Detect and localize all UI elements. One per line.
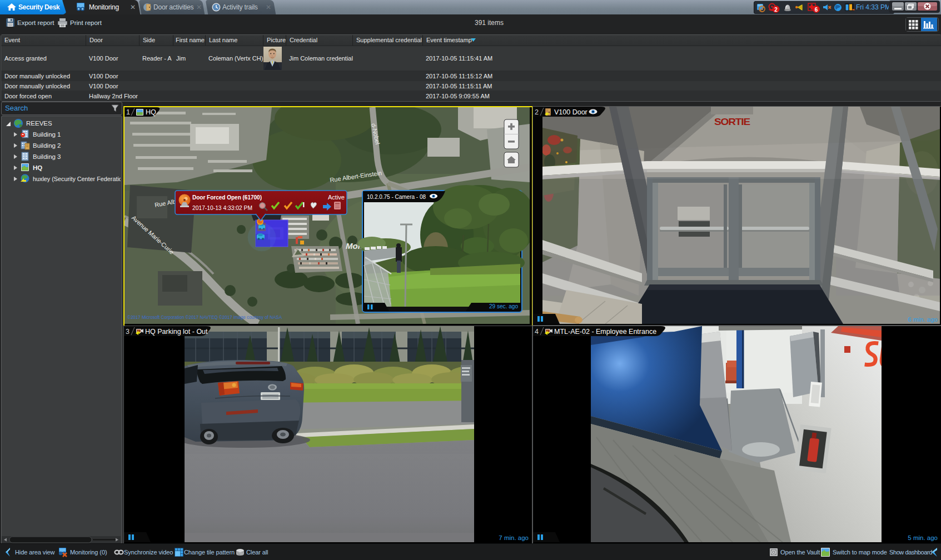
svg-text:5 min. ago: 5 min. ago [908, 534, 938, 541]
svg-text:HQ: HQ [146, 108, 156, 116]
svg-text:HQ: HQ [33, 164, 42, 171]
svg-text:2: 2 [535, 108, 539, 116]
svg-text:Building 1: Building 1 [33, 131, 61, 138]
svg-text:Building 3: Building 3 [33, 153, 61, 160]
svg-text:29 sec. ago: 29 sec. ago [489, 303, 518, 309]
svg-text:2: 2 [774, 7, 778, 13]
svg-text:©2017 Microsoft Corporation ©: ©2017 Microsoft Corporation ©2017 NAVTEQ… [127, 314, 282, 320]
svg-text:1: 1 [126, 108, 130, 116]
svg-text:10.2.0.75 - Camera - 08: 10.2.0.75 - Camera - 08 [367, 193, 426, 200]
svg-text:V100 Door: V100 Door [554, 108, 587, 116]
svg-text:MTL-AE-02 - Employee Entrance: MTL-AE-02 - Employee Entrance [554, 328, 656, 336]
svg-text:6: 6 [815, 7, 818, 13]
svg-text:HQ Parking lot - Out: HQ Parking lot - Out [145, 328, 208, 336]
svg-text:REEVES: REEVES [26, 120, 52, 127]
svg-text:Door Forced Open (61700): Door Forced Open (61700) [192, 194, 262, 201]
svg-text:Active: Active [328, 194, 345, 201]
svg-text:7 min. ago: 7 min. ago [499, 534, 529, 541]
svg-text:Building 2: Building 2 [33, 142, 61, 149]
svg-text:2017-10-13 4:33:02 PM: 2017-10-13 4:33:02 PM [192, 204, 252, 211]
svg-text:6 min. ago: 6 min. ago [908, 316, 938, 323]
svg-text:3: 3 [126, 328, 130, 336]
svg-text:huxley (Security Center Federa: huxley (Security Center Federation™) [33, 176, 121, 182]
svg-text:4: 4 [535, 328, 539, 336]
